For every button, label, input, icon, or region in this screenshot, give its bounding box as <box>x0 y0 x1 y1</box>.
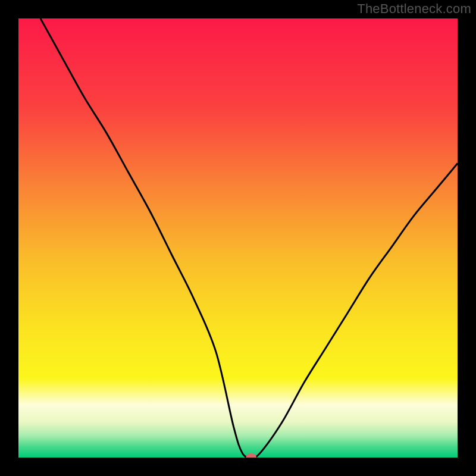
bottleneck-chart: TheBottleneck.com <box>0 0 476 476</box>
gradient-background <box>18 18 458 458</box>
chart-canvas <box>0 0 476 476</box>
watermark-text: TheBottleneck.com <box>357 1 471 17</box>
